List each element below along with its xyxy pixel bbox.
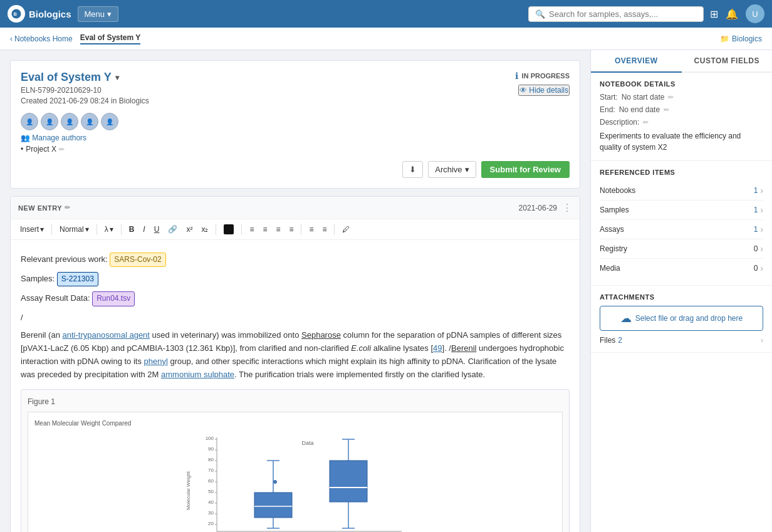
title-dropdown-icon[interactable]: ▾: [115, 73, 119, 82]
files-row[interactable]: Files 2 ›: [600, 336, 763, 345]
start-edit-icon[interactable]: ✏: [668, 93, 674, 102]
toolbar-separator-1: [51, 224, 52, 235]
chart-area: Mean Molecular Weight Compared 100 90: [28, 412, 563, 532]
ref-arrow-icon: ›: [760, 244, 763, 254]
insert-button[interactable]: Insert ▾: [17, 224, 47, 235]
separator-line: /: [21, 311, 570, 325]
toolbar-separator-6: [301, 224, 301, 235]
description-text: Experiments to evaluate the efficiency a…: [600, 130, 763, 153]
align-left-button[interactable]: ≡: [246, 224, 257, 235]
chevron-down-icon: ▾: [107, 9, 112, 19]
clear-format-button[interactable]: 🖊: [339, 224, 353, 235]
unordered-list-button[interactable]: ≡: [319, 224, 330, 235]
editor-toolbar: Insert ▾ Normal ▾ λ ▾ B I: [11, 219, 580, 240]
breadcrumb-current: Eval of System Y: [80, 33, 141, 44]
align-center-button[interactable]: ≡: [259, 224, 270, 235]
avatar[interactable]: U: [746, 4, 764, 23]
svg-text:80: 80: [208, 457, 214, 462]
paragraph1: Berenil (an anti-trypanosomal agent used…: [21, 329, 570, 381]
project-tag: • Project X ✏: [21, 145, 570, 154]
menu-button[interactable]: Menu ▾: [78, 6, 119, 22]
notebook-details-section: NOTEBOOK DETAILS Start: No start date ✏ …: [591, 73, 772, 161]
download-button[interactable]: ⬇: [402, 161, 423, 178]
link-49a[interactable]: 49: [433, 343, 442, 353]
svg-text:Data: Data: [301, 440, 313, 446]
end-date-row: End: No end date ✏: [600, 105, 763, 114]
download-icon: ⬇: [409, 165, 416, 174]
ref-arrow-icon: ›: [760, 185, 763, 196]
description-row: Description: ✏: [600, 118, 763, 127]
bold-button[interactable]: B: [126, 224, 138, 235]
breadcrumb-home[interactable]: ‹ Notebooks Home: [10, 34, 73, 43]
align-justify-button[interactable]: ≡: [286, 224, 296, 235]
notebook-card: Eval of System Y ▾ ELN-5799-20210629-10 …: [10, 60, 580, 189]
ref-arrow-icon: ›: [760, 263, 763, 273]
attachments-title: ATTACHMENTS: [600, 293, 763, 301]
tag-assay[interactable]: Run04.tsv: [92, 291, 135, 306]
lambda-button[interactable]: λ ▾: [102, 224, 117, 235]
svg-text:B: B: [14, 11, 18, 17]
subscript-button[interactable]: x₂: [198, 224, 211, 235]
chart-title: Mean Molecular Weight Compared: [34, 419, 556, 429]
upload-area[interactable]: ☁ Select file or drag and drop here: [600, 306, 763, 331]
tab-custom-fields[interactable]: CUSTOM FIELDS: [682, 50, 773, 71]
app-logo[interactable]: B Biologics: [8, 5, 71, 23]
ref-label: Samples: [600, 206, 629, 214]
color-button[interactable]: [221, 223, 237, 236]
line1: Relevant previous work: SARS-Cov-02: [21, 253, 570, 267]
hide-details-button[interactable]: 👁 Hide details: [518, 85, 570, 96]
ref-item-registry[interactable]: Registry 0 ›: [600, 239, 763, 259]
breadcrumb: ‹ Notebooks Home Eval of System Y 📁 Biol…: [0, 28, 772, 50]
notebook-header: Eval of System Y ▾ ELN-5799-20210629-10 …: [21, 71, 570, 110]
tag-sars[interactable]: SARS-Cov-02: [110, 253, 165, 267]
ref-label: Registry: [600, 244, 627, 253]
ref-item-notebooks[interactable]: Notebooks 1 ›: [600, 181, 763, 201]
chart-svg: 100 90 80 70 60 50 40: [34, 431, 556, 532]
app-name: Biologics: [29, 9, 71, 19]
ordered-list-button[interactable]: ≡: [306, 224, 316, 235]
ref-item-samples[interactable]: Samples 1 ›: [600, 201, 763, 220]
archive-button[interactable]: Archive ▾: [428, 161, 476, 178]
svg-rect-26: [254, 493, 292, 518]
color-swatch: [224, 224, 234, 234]
link-ammonium[interactable]: ammonium sulphate: [161, 370, 234, 379]
files-arrow-icon: ›: [761, 336, 763, 345]
entry-edit-icon[interactable]: ✏: [65, 204, 71, 212]
avatar-3: 👤: [61, 113, 78, 130]
style-dropdown[interactable]: Normal ▾: [56, 224, 92, 235]
toolbar-separator-5: [241, 224, 242, 235]
figure-container: Figure 1 Mean Molecular Weight Compared …: [21, 389, 570, 532]
link-phenyl[interactable]: phenyl: [144, 357, 168, 366]
editor-content[interactable]: Relevant previous work: SARS-Cov-02 Samp…: [11, 240, 580, 532]
superscript-button[interactable]: x²: [183, 224, 196, 235]
align-right-button[interactable]: ≡: [273, 224, 283, 235]
svg-text:70: 70: [208, 467, 214, 473]
entry-menu-icon[interactable]: ⋮: [562, 202, 572, 214]
notebook-details-title: NOTEBOOK DETAILS: [600, 80, 763, 88]
ref-arrow-icon: ›: [760, 224, 763, 234]
tag-sample[interactable]: S-221303: [57, 272, 98, 286]
entry-date: 2021-06-29: [519, 204, 557, 212]
avatar-1: 👤: [21, 113, 38, 130]
folder-icon: 📁: [720, 34, 729, 43]
upload-icon: ☁: [620, 311, 632, 325]
manage-authors-button[interactable]: 👥 Manage authors: [21, 133, 86, 142]
notebook-title: Eval of System Y ▾: [21, 71, 515, 84]
description-edit-icon[interactable]: ✏: [643, 118, 649, 127]
underline-button[interactable]: U: [151, 224, 163, 235]
submit-button[interactable]: Submit for Review: [481, 161, 570, 178]
search-bar[interactable]: 🔍: [528, 6, 704, 22]
grid-icon[interactable]: ⊞: [710, 8, 718, 20]
ref-item-media[interactable]: Media 0 ›: [600, 259, 763, 278]
ref-item-assays[interactable]: Assays 1 ›: [600, 220, 763, 239]
project-edit-icon[interactable]: ✏: [59, 145, 65, 154]
italic-button[interactable]: I: [140, 224, 148, 235]
ref-count: 0 ›: [754, 263, 763, 273]
link-anti-trypanosomal[interactable]: anti-trypanosomal agent: [62, 330, 149, 340]
end-edit-icon[interactable]: ✏: [664, 106, 669, 114]
link-button[interactable]: 🔗: [165, 224, 180, 235]
referenced-items-section: REFERENCED ITEMS Notebooks 1 › Samples 1…: [591, 161, 772, 286]
tab-overview[interactable]: OVERVIEW: [591, 50, 682, 73]
search-input[interactable]: [549, 9, 697, 19]
bell-icon[interactable]: 🔔: [726, 8, 738, 20]
